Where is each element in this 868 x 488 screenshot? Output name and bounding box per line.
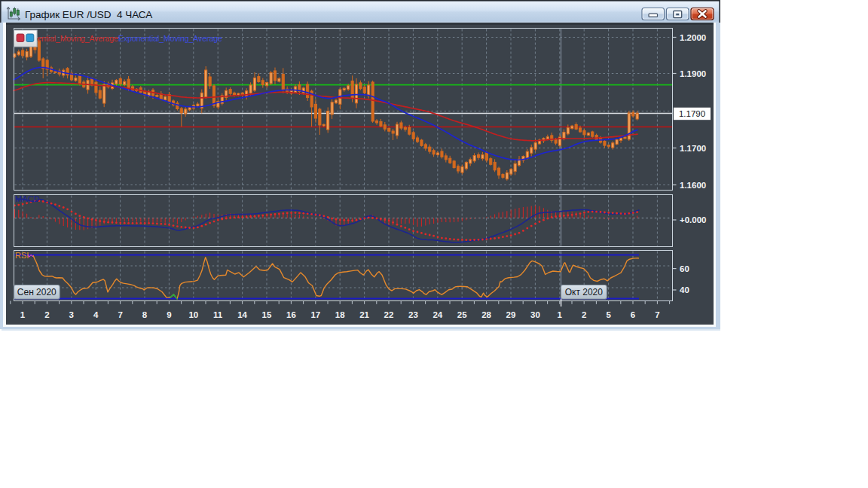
svg-text:15: 15: [262, 310, 272, 319]
svg-text:RSI: RSI: [15, 251, 29, 260]
svg-text:10: 10: [188, 310, 198, 319]
svg-text:Окт 2020: Окт 2020: [565, 287, 604, 297]
svg-text:+0.000: +0.000: [680, 215, 707, 224]
svg-text:6: 6: [631, 310, 635, 319]
svg-text:MACD: MACD: [15, 194, 39, 203]
svg-text:23: 23: [408, 310, 418, 319]
svg-text:Сен 2020: Сен 2020: [17, 287, 57, 297]
svg-text:22: 22: [384, 310, 394, 319]
svg-text:14: 14: [237, 310, 247, 319]
svg-text:График EUR /USD 4 ЧАСА: График EUR /USD 4 ЧАСА: [25, 9, 152, 20]
svg-text:1.1700: 1.1700: [680, 144, 706, 153]
svg-text:1: 1: [20, 310, 26, 319]
svg-text:28: 28: [481, 310, 491, 319]
svg-text:1.1600: 1.1600: [680, 181, 706, 190]
svg-text:7: 7: [655, 310, 659, 319]
svg-text:16: 16: [286, 310, 296, 319]
svg-text:40: 40: [680, 285, 689, 294]
svg-text:Exponential_Moving_Average: Exponential_Moving_Average: [118, 35, 222, 43]
svg-text:3: 3: [69, 310, 74, 319]
svg-text:1.1790: 1.1790: [679, 109, 705, 118]
svg-text:25: 25: [457, 310, 467, 319]
svg-text:29: 29: [506, 310, 516, 319]
svg-text:1: 1: [558, 310, 563, 319]
svg-text:4: 4: [93, 310, 99, 319]
svg-text:2: 2: [44, 310, 49, 319]
svg-text:11: 11: [213, 310, 223, 319]
svg-text:60: 60: [680, 264, 689, 273]
svg-text:7: 7: [118, 310, 122, 319]
svg-text:9: 9: [167, 310, 171, 319]
svg-text:18: 18: [335, 310, 345, 319]
svg-text:1.2000: 1.2000: [680, 33, 706, 42]
svg-text:24: 24: [432, 310, 442, 319]
svg-text:ential_Moving_Average: ential_Moving_Average: [37, 35, 118, 43]
svg-text:1.1900: 1.1900: [680, 69, 706, 78]
svg-text:8: 8: [142, 310, 148, 319]
svg-text:17: 17: [310, 310, 320, 319]
svg-text:2: 2: [582, 310, 586, 319]
svg-text:30: 30: [530, 310, 540, 319]
svg-text:21: 21: [359, 310, 369, 319]
svg-text:5: 5: [606, 310, 611, 319]
